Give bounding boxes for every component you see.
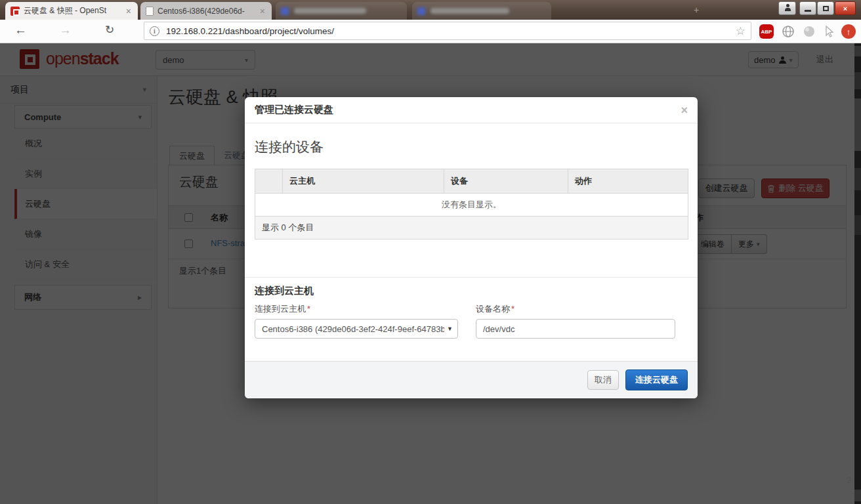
url-text[interactable]: 192.168.0.221/dashboard/project/volumes/ [166, 26, 736, 36]
tab-title: Centos6-i386(429de06d- [158, 7, 255, 16]
cancel-button[interactable]: 取消 [587, 370, 619, 390]
table-footer-row: 显示 0 个条目 [255, 217, 688, 240]
browser-tab-instance[interactable]: Centos6-i386(429de06d- × [140, 2, 272, 20]
browser-tab-background-2[interactable] [412, 2, 551, 20]
required-asterisk: * [511, 304, 514, 314]
blurred-tab-title [294, 8, 366, 14]
globe-extension-icon[interactable] [781, 24, 795, 39]
person-icon [785, 6, 790, 11]
attach-volume-button[interactable]: 连接云硬盘 [625, 369, 688, 390]
instance-label: 连接到云主机* [255, 303, 310, 315]
sphere-extension-icon[interactable] [802, 24, 816, 39]
device-name-input[interactable] [476, 319, 675, 339]
items-count: 显示 0 个条目 [255, 217, 688, 240]
empty-row: 没有条目显示。 [255, 194, 688, 217]
browser-tab-volumes[interactable]: 云硬盘 & 快照 - OpenSt × [5, 2, 138, 20]
empty-message: 没有条目显示。 [255, 194, 688, 217]
tab-close-icon[interactable]: × [259, 7, 266, 16]
attached-devices-heading: 连接的设备 [255, 138, 324, 156]
attach-form-heading: 连接到云主机 [255, 285, 314, 297]
back-icon[interactable]: ← [14, 24, 27, 37]
column-device: 设备 [444, 169, 568, 194]
browser-tab-background-1[interactable] [276, 2, 407, 20]
tab-close-icon[interactable]: × [125, 7, 133, 16]
instance-select[interactable]: Centos6-i386 (429de06d-3ef2-424f-9eef-64… [255, 319, 458, 339]
required-asterisk: * [307, 304, 310, 314]
select-arrow-icon: ▼ [447, 326, 453, 332]
blurred-favicon [417, 7, 425, 15]
page-favicon [146, 7, 154, 16]
blurred-tab-title [430, 8, 509, 14]
column-empty [255, 169, 283, 194]
browser-tabstrip: 云硬盘 & 快照 - OpenSt × Centos6-i386(429de06… [0, 0, 861, 20]
attachments-table-header: 云主机 设备 动作 [255, 169, 688, 194]
bookmark-star-icon[interactable]: ☆ [736, 24, 746, 38]
adblock-extension-icon[interactable]: ABP [759, 24, 774, 39]
window-profile-button[interactable] [778, 1, 796, 15]
maximize-icon [823, 6, 829, 11]
blurred-favicon [281, 7, 289, 15]
device-name-label: 设备名称* [476, 303, 514, 315]
window-maximize-button[interactable] [817, 1, 834, 15]
attachments-table: 云主机 设备 动作 没有条目显示。 显示 0 个条目 [255, 169, 688, 240]
divider [245, 277, 698, 278]
device-label-text: 设备名称 [476, 304, 510, 314]
window-close-button[interactable]: × [835, 1, 856, 15]
modal-title: 管理已连接云硬盘 [255, 104, 333, 116]
new-tab-button[interactable]: + [688, 5, 705, 16]
tab-title: 云硬盘 & 快照 - OpenSt [24, 5, 121, 16]
attach-volume-modal: 管理已连接云硬盘 × 连接的设备 云主机 设备 动作 没有条目显示。 显示 0 … [245, 97, 698, 398]
minimize-icon [805, 10, 811, 12]
instance-label-text: 连接到云主机 [255, 304, 306, 314]
openstack-favicon [10, 7, 20, 16]
screen: 云硬盘 & 快照 - OpenSt × Centos6-i386(429de06… [0, 0, 861, 504]
instance-select-value: Centos6-i386 (429de06d-3ef2-424f-9eef-64… [262, 324, 444, 334]
close-icon[interactable]: × [681, 104, 688, 116]
modal-footer: 取消 连接云硬盘 [245, 361, 698, 398]
forward-icon[interactable]: → [59, 24, 72, 37]
window-minimize-button[interactable] [799, 1, 816, 15]
column-actions: 动作 [568, 169, 688, 194]
address-bar[interactable]: i 192.168.0.221/dashboard/project/volume… [144, 22, 751, 40]
page-info-icon[interactable]: i [150, 26, 159, 36]
reload-icon[interactable]: ↻ [105, 24, 114, 37]
column-instance: 云主机 [283, 169, 444, 194]
modal-header: 管理已连接云硬盘 × [245, 97, 698, 123]
upload-extension-icon[interactable]: ↑ [841, 24, 856, 39]
cursor-extension-icon[interactable] [822, 24, 836, 39]
